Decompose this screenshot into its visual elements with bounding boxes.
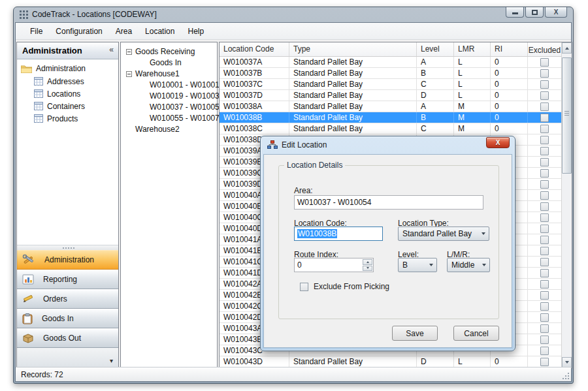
close-button[interactable]: X <box>545 7 567 18</box>
excluded-checkbox[interactable] <box>540 247 549 255</box>
column-header-level[interactable]: Level <box>417 42 454 56</box>
menu-item[interactable]: Configuration <box>49 24 108 39</box>
overflow-chevron-icon[interactable]: ▾ <box>110 357 113 364</box>
excluded-checkbox[interactable] <box>540 258 549 266</box>
location-type-dropdown[interactable]: Standard Pallet Bay <box>398 227 489 241</box>
sidebar-tree-root[interactable]: Administration <box>17 62 118 75</box>
excluded-checkbox[interactable] <box>540 324 549 333</box>
table-row[interactable]: W010038B Standard Pallet Bay B M 0 <box>220 112 561 123</box>
menu-item[interactable]: Area <box>109 24 139 39</box>
tree-node[interactable]: Goods Receiving <box>121 46 217 57</box>
title-bar[interactable]: CodeTrack - Locations [CODEWAY] X <box>14 7 573 22</box>
sidebar-tree-item[interactable]: Products <box>17 112 118 125</box>
nav-icon <box>22 274 34 285</box>
scroll-up-button[interactable] <box>562 42 572 54</box>
excluded-checkbox[interactable] <box>540 236 549 244</box>
arrow-down-icon <box>565 361 569 366</box>
excluded-checkbox[interactable] <box>540 125 549 133</box>
excluded-checkbox[interactable] <box>540 58 549 67</box>
excluded-checkbox[interactable] <box>540 358 549 366</box>
dialog-title-bar[interactable]: Edit Location X <box>261 136 515 154</box>
expander-icon[interactable] <box>126 71 132 77</box>
resize-grip-icon[interactable] <box>568 378 569 379</box>
excluded-checkbox[interactable] <box>540 158 549 166</box>
spinner-up-button[interactable] <box>363 259 372 265</box>
table-icon <box>34 102 43 110</box>
sidebar-tree-item[interactable]: Locations <box>17 87 118 100</box>
table-row[interactable]: W010043D Standard Pallet Bay D L 0 <box>220 356 561 368</box>
excluded-checkbox[interactable] <box>540 336 549 344</box>
table-row[interactable]: W010038A Standard Pallet Bay A M 0 <box>220 101 561 112</box>
minimize-button[interactable] <box>506 7 524 18</box>
sidebar-tree-item[interactable]: Containers <box>17 100 118 112</box>
area-field[interactable]: W010037 - W010054 <box>294 195 483 210</box>
group-label: Location Details <box>284 161 345 170</box>
excluded-checkbox[interactable] <box>540 114 549 122</box>
spinner-down-button[interactable] <box>363 266 372 272</box>
collapse-chevron-icon[interactable]: « <box>109 45 114 54</box>
column-header-type[interactable]: Type <box>289 42 417 56</box>
menu-item[interactable]: Location <box>139 24 181 39</box>
tree-node[interactable]: Goods In <box>121 57 217 69</box>
excluded-checkbox[interactable] <box>540 180 549 189</box>
tree-node[interactable]: Warehouse2 <box>121 124 217 135</box>
excluded-checkbox[interactable] <box>540 302 549 311</box>
nav-icon <box>22 254 35 266</box>
column-header-ri[interactable]: RI <box>491 42 528 56</box>
excluded-checkbox[interactable] <box>540 269 549 277</box>
nav-button[interactable]: Goods Out <box>17 328 118 348</box>
tree-node[interactable]: W010055 - W010075 <box>121 113 217 124</box>
excluded-checkbox[interactable] <box>540 91 549 100</box>
tree-node[interactable]: W010001 - W010018 <box>121 80 217 91</box>
excluded-checkbox[interactable] <box>540 213 549 222</box>
table-row[interactable]: W010038C Standard Pallet Bay C M 0 <box>220 123 561 134</box>
vertical-scrollbar[interactable] <box>561 42 572 368</box>
nav-button[interactable]: Reporting <box>17 270 118 289</box>
cancel-button[interactable]: Cancel <box>453 326 499 341</box>
table-row[interactable]: W010037B Standard Pallet Bay B L 0 <box>220 68 561 79</box>
table-row[interactable]: W010037D Standard Pallet Bay D L 0 <box>220 90 561 101</box>
grid-header: Location Code Type Level LMR RI Excluded <box>220 42 572 57</box>
excluded-checkbox[interactable] <box>540 80 549 89</box>
level-dropdown[interactable]: B <box>398 258 437 272</box>
excluded-checkbox[interactable] <box>540 291 549 300</box>
dialog-close-button[interactable]: X <box>486 137 510 148</box>
menu-item[interactable]: Help <box>181 24 210 39</box>
tree-node[interactable]: W010037 - W010054 <box>121 102 217 113</box>
excluded-checkbox[interactable] <box>540 347 549 355</box>
sidebar-tree-item[interactable]: Addresses <box>17 75 118 87</box>
lmr-dropdown[interactable]: Middle <box>447 258 490 272</box>
expander-icon[interactable] <box>126 49 132 55</box>
column-header-location-code[interactable]: Location Code <box>220 42 289 56</box>
exclude-from-picking-checkbox[interactable] <box>300 283 308 291</box>
location-code-field[interactable]: W010038B <box>294 227 383 241</box>
excluded-checkbox[interactable] <box>540 102 549 111</box>
sidebar-splitter[interactable] <box>17 245 118 250</box>
excluded-checkbox[interactable] <box>540 69 549 78</box>
excluded-checkbox[interactable] <box>540 136 549 144</box>
excluded-checkbox[interactable] <box>540 191 549 200</box>
excluded-checkbox[interactable] <box>540 313 549 322</box>
excluded-checkbox[interactable] <box>540 169 549 178</box>
nav-button[interactable]: Administration <box>17 250 118 270</box>
table-row[interactable]: W010037C Standard Pallet Bay C L 0 <box>220 79 561 90</box>
excluded-checkbox[interactable] <box>540 202 549 211</box>
excluded-checkbox[interactable] <box>540 147 549 155</box>
table-icon <box>34 114 43 123</box>
folder-icon <box>21 65 32 73</box>
tree-node[interactable]: W010019 - W010036 <box>121 91 217 102</box>
excluded-checkbox[interactable] <box>540 225 549 233</box>
maximize-button[interactable] <box>525 7 544 18</box>
area-tree-panel: Goods Receiving Goods In Warehouse1 W010… <box>120 42 218 369</box>
nav-button[interactable]: Orders <box>17 289 118 309</box>
nav-button[interactable]: Goods In <box>17 309 118 328</box>
tree-node[interactable]: Warehouse1 <box>121 69 217 80</box>
excluded-checkbox[interactable] <box>540 280 549 289</box>
route-index-stepper[interactable]: 0 <box>294 258 374 272</box>
table-row[interactable]: W010037A Standard Pallet Bay A L 0 <box>220 57 561 68</box>
save-button[interactable]: Save <box>392 326 438 341</box>
scrollbar-thumb[interactable] <box>562 57 572 174</box>
column-header-lmr[interactable]: LMR <box>454 42 491 56</box>
menu-item[interactable]: File <box>24 24 49 39</box>
column-header-excluded[interactable]: Excluded <box>528 42 561 56</box>
